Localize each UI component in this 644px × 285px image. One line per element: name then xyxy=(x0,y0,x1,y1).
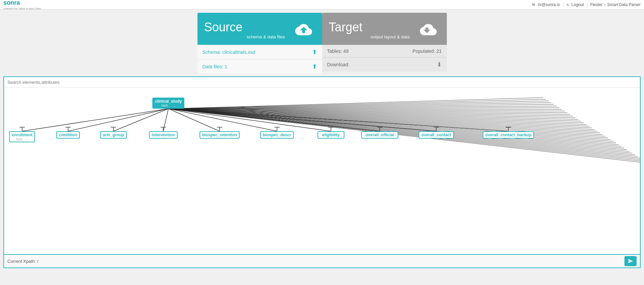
node-intervention[interactable]: intervention xyxy=(149,131,178,139)
main-area: clinical_study rank ... enrollment type … xyxy=(3,76,641,268)
xpath-label: Current Xpath: / xyxy=(7,259,624,264)
source-target-area: Source schema & data files Schema: clini… xyxy=(0,9,644,74)
node-overall-contact-backup[interactable]: overall_contact_backup xyxy=(483,131,534,139)
svg-line-0 xyxy=(168,98,543,109)
search-input[interactable] xyxy=(7,80,637,85)
svg-line-32 xyxy=(168,109,630,151)
arm-group-label: arm_group xyxy=(103,133,124,137)
biospec-descr-label: biospec_descr xyxy=(263,133,291,137)
search-bar xyxy=(4,77,640,87)
intervention-label: intervention xyxy=(152,133,175,137)
svg-line-2 xyxy=(168,101,549,109)
source-card: Source schema & data files Schema: clini… xyxy=(197,13,322,74)
node-condition[interactable]: condition xyxy=(56,131,80,139)
tree-svg xyxy=(4,87,640,259)
target-subtitle: output layout & data xyxy=(329,34,410,39)
schema-upload-icon[interactable]: ⬆ xyxy=(312,48,317,56)
node-biospec-descr[interactable]: biospec_descr xyxy=(260,131,294,139)
overall-contact-backup-label: overall_contact_backup xyxy=(485,133,531,137)
schema-label: Schema: clinicaltrials.xsd xyxy=(203,49,255,55)
app-name-label: Flexter – Smart Data Parser xyxy=(590,2,641,7)
logout-link[interactable]: Logout xyxy=(572,2,584,7)
node-biospec-retention[interactable]: biospec_retention xyxy=(200,131,240,139)
source-subtitle: schema & data files xyxy=(204,34,285,39)
source-upload-icon xyxy=(292,18,315,41)
data-files-row[interactable]: Data files: 1 ⬆ xyxy=(197,59,322,74)
target-body: Tables: 49 Populated: 21 Download: ⬇ xyxy=(322,45,447,72)
tree-area: clinical_study rank ... enrollment type … xyxy=(4,87,640,259)
node-eligibility[interactable]: eligibility xyxy=(317,131,344,139)
download-label: Download: xyxy=(327,62,349,67)
populated-label: Populated: 21 xyxy=(412,48,441,54)
logo-text: sonra xyxy=(3,0,41,6)
node-overall-contact[interactable]: overall_contact xyxy=(419,131,454,139)
node-clinical-study[interactable]: clinical_study rank ... xyxy=(152,98,184,109)
logout-icon: ⎋ xyxy=(566,2,569,7)
logo-subtitle: Unleash the Value of your Data xyxy=(3,7,41,10)
target-download-icon xyxy=(417,18,440,41)
tables-row: Tables: 49 Populated: 21 xyxy=(322,45,447,57)
eligibility-label: eligibility xyxy=(322,133,340,137)
enrollment-label: enrollment xyxy=(12,133,32,137)
target-card: Target output layout & data Tables: 49 P… xyxy=(322,13,447,72)
source-title: Source xyxy=(204,20,285,34)
condition-label: condition xyxy=(59,133,77,137)
root-node-label: clinical_study xyxy=(155,99,182,104)
enrollment-attrs: type ... xyxy=(16,137,28,141)
schema-row[interactable]: Schema: clinicaltrials.xsd ⬆ xyxy=(197,45,322,59)
nav-right: ✉ hr@sonra.io | ⎋ Logout | Flexter – Sma… xyxy=(532,2,641,7)
overall-contact-label: overall_contact xyxy=(421,133,451,137)
download-row[interactable]: Download: ⬇ xyxy=(322,57,447,72)
node-overall-official[interactable]: overall_official xyxy=(361,131,398,139)
target-header: Target output layout & data xyxy=(322,13,447,45)
source-body: Schema: clinicaltrials.xsd ⬆ Data files:… xyxy=(197,45,322,74)
logo: sonra Unleash the Value of your Data xyxy=(3,0,41,10)
biospec-retention-label: biospec_retention xyxy=(202,133,237,137)
root-node-attrs: rank ... xyxy=(161,104,176,107)
download-icon[interactable]: ⬇ xyxy=(437,61,442,68)
data-files-label: Data files: 1 xyxy=(203,64,227,69)
top-navigation: sonra Unleash the Value of your Data ✉ h… xyxy=(0,0,644,9)
email-link[interactable]: hr@sonra.io xyxy=(538,2,560,7)
node-enrollment[interactable]: enrollment type ... xyxy=(9,131,35,142)
source-header: Source schema & data files xyxy=(197,13,322,45)
overall-official-label: overall_official xyxy=(366,133,394,137)
target-title: Target xyxy=(329,20,410,34)
email-icon: ✉ xyxy=(532,2,535,7)
tables-label: Tables: 49 xyxy=(327,48,349,54)
data-upload-icon[interactable]: ⬆ xyxy=(312,63,317,70)
node-arm-group[interactable]: arm_group xyxy=(100,131,127,139)
